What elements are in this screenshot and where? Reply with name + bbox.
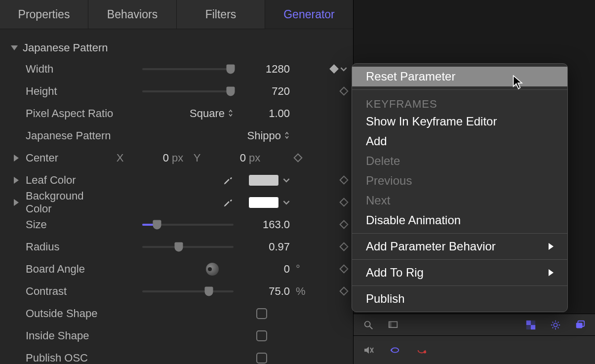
row-outside-shape: Outside Shape [0, 302, 353, 324]
unit-percent: % [293, 285, 313, 298]
row-center: Center X 0 px Y 0 px [0, 147, 353, 169]
par-popup[interactable]: Square [190, 107, 234, 120]
param-label: Japanese Pattern [26, 129, 124, 142]
disclosure-triangle-icon[interactable] [14, 155, 21, 162]
slider-size[interactable] [142, 219, 234, 231]
svg-rect-5 [531, 325, 535, 329]
svg-rect-3 [389, 322, 392, 327]
disclosure-triangle-icon[interactable] [11, 45, 18, 50]
checkbox-publish-osc[interactable] [256, 353, 267, 364]
menu-show-in-keyframe-editor[interactable]: Show In Keyframe Editor [352, 112, 567, 131]
value-contrast[interactable]: 75.0 [234, 285, 293, 298]
param-label: Pixel Aspect Ratio [26, 107, 124, 120]
record-icon[interactable] [415, 343, 429, 357]
tab-behaviors[interactable]: Behaviors [88, 0, 177, 29]
tab-generator[interactable]: Generator [265, 0, 353, 29]
slider-width[interactable] [142, 63, 234, 75]
gear-icon[interactable] [549, 318, 562, 332]
keyframe-diamond-icon[interactable] [339, 286, 348, 295]
menu-add-to-rig[interactable]: Add To Rig [352, 263, 567, 283]
row-contrast: Contrast 75.0 % [0, 280, 353, 302]
axis-y-label: Y [190, 152, 204, 164]
value-center-y[interactable]: 0 [204, 152, 249, 164]
keyframe-diamond-icon[interactable] [293, 153, 302, 162]
angle-dial[interactable] [206, 263, 219, 276]
param-label: Leaf Color [26, 174, 113, 187]
pattern-popup[interactable]: Shippo [234, 129, 290, 142]
color-chevron-icon[interactable] [283, 177, 290, 184]
frame-icon[interactable] [386, 318, 400, 332]
param-label: Size [26, 218, 124, 231]
search-icon[interactable] [361, 318, 375, 332]
color-well-bg[interactable] [248, 197, 279, 208]
menu-add-keyframe[interactable]: Add [352, 131, 567, 151]
axis-x-label: X [113, 152, 127, 164]
keyframe-diamond-icon[interactable] [329, 64, 338, 73]
param-label: Radius [26, 241, 124, 253]
color-well-leaf[interactable] [248, 174, 279, 186]
keyframe-diamond-icon[interactable] [339, 86, 348, 95]
param-label: Inside Shape [26, 329, 124, 342]
keyframe-diamond-icon[interactable] [339, 198, 348, 206]
value-angle[interactable]: 0 [234, 263, 293, 276]
row-pattern: Japanese Pattern Shippo [0, 124, 353, 147]
menu-label: Add Parameter Behavior [366, 240, 496, 253]
value-par[interactable]: 1.00 [234, 107, 293, 120]
keyframe-diamond-icon[interactable] [339, 242, 348, 251]
menu-delete-keyframe: Delete [352, 151, 567, 171]
toolbar-lower-1 [354, 314, 595, 336]
keyframe-diamond-icon[interactable] [339, 175, 348, 184]
animation-context-menu: Reset Parameter KEYFRAMES Show In Keyfra… [352, 63, 568, 312]
loop-icon[interactable] [388, 343, 402, 357]
svg-rect-9 [576, 323, 583, 328]
section-header[interactable]: Japanese Pattern [0, 38, 353, 58]
keyframe-diamond-icon[interactable] [339, 264, 348, 273]
color-chevron-icon[interactable] [283, 199, 290, 206]
tab-bar: Properties Behaviors Filters Generator [0, 0, 353, 29]
menu-separator [352, 89, 567, 90]
eyedropper-icon[interactable] [223, 197, 234, 208]
menu-publish[interactable]: Publish [352, 289, 567, 309]
checker-icon[interactable] [524, 318, 538, 332]
unit-degree: ° [293, 263, 313, 276]
svg-line-1 [370, 326, 373, 329]
keyframe-diamond-icon[interactable] [339, 220, 348, 229]
slider-contrast[interactable] [142, 285, 234, 297]
checkbox-outside-shape[interactable] [256, 308, 267, 319]
svg-rect-7 [526, 325, 531, 329]
mute-icon[interactable] [361, 343, 375, 357]
disclosure-triangle-icon[interactable] [14, 177, 21, 184]
value-height[interactable]: 720 [234, 85, 293, 98]
svg-point-13 [424, 350, 427, 353]
menu-reset-parameter[interactable]: Reset Parameter [352, 67, 567, 86]
tab-properties[interactable]: Properties [0, 0, 88, 29]
checkbox-inside-shape[interactable] [256, 330, 267, 341]
value-center-x[interactable]: 0 [127, 152, 172, 164]
section-title: Japanese Pattern [23, 41, 108, 54]
updown-icon [228, 107, 234, 120]
stack-icon[interactable] [573, 318, 587, 332]
row-height: Height 720 [0, 80, 353, 102]
menu-separator [352, 285, 567, 286]
param-label: Center [26, 152, 113, 164]
inspector-panel: Properties Behaviors Filters Generator J… [0, 0, 354, 364]
keyframe-menu-chevron-icon[interactable] [340, 66, 347, 73]
param-label: Background Color [26, 190, 113, 215]
tab-filters[interactable]: Filters [177, 0, 265, 29]
eyedropper-icon[interactable] [223, 175, 234, 186]
value-radius[interactable]: 0.97 [234, 241, 293, 253]
value-size[interactable]: 163.0 [234, 218, 293, 231]
menu-label: Add To Rig [366, 266, 424, 280]
row-publish-osc: Publish OSC [0, 347, 353, 364]
disclosure-triangle-icon[interactable] [14, 199, 21, 206]
value-width[interactable]: 1280 [234, 63, 293, 76]
menu-previous-keyframe: Previous [352, 171, 567, 191]
menu-disable-animation[interactable]: Disable Animation [352, 210, 567, 230]
param-label: Width [26, 63, 124, 76]
inspector-body: Japanese Pattern Width 1280 Height [0, 29, 353, 364]
svg-rect-6 [531, 320, 535, 324]
menu-add-parameter-behavior[interactable]: Add Parameter Behavior [352, 237, 567, 256]
slider-height[interactable] [142, 85, 234, 97]
submenu-arrow-icon [549, 243, 554, 250]
slider-radius[interactable] [142, 241, 234, 253]
